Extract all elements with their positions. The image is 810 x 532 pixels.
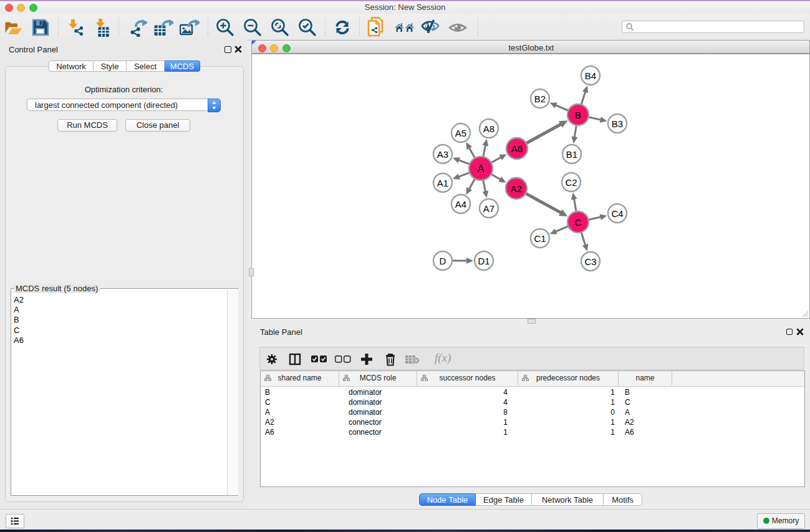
svg-text:A5: A5: [455, 128, 466, 138]
svg-text:D: D: [440, 256, 446, 266]
svg-text:A1: A1: [437, 178, 448, 188]
svg-text:B1: B1: [566, 149, 577, 160]
svg-text:A7: A7: [483, 203, 494, 214]
svg-text:A3: A3: [437, 149, 448, 160]
svg-text:C: C: [575, 217, 582, 228]
svg-text:B: B: [575, 110, 581, 120]
svg-text:A2: A2: [511, 183, 522, 194]
svg-text:A4: A4: [455, 199, 466, 210]
svg-text:A8: A8: [483, 123, 494, 134]
svg-text:C1: C1: [534, 233, 546, 244]
svg-text:B2: B2: [534, 94, 546, 104]
svg-text:A: A: [478, 163, 485, 174]
svg-text:D1: D1: [478, 256, 489, 266]
svg-text:B4: B4: [585, 70, 596, 81]
svg-text:A6: A6: [511, 143, 523, 154]
svg-text:B3: B3: [612, 118, 623, 129]
svg-text:C3: C3: [584, 256, 596, 267]
svg-text:C4: C4: [611, 208, 623, 219]
svg-text:C2: C2: [565, 177, 577, 188]
